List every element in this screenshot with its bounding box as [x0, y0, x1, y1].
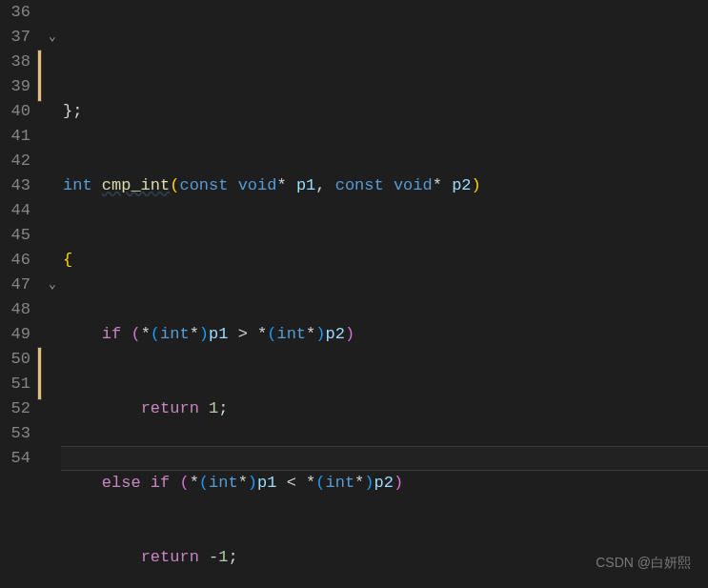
code-line[interactable]: };	[63, 99, 708, 124]
code-line[interactable]: return 1;	[63, 396, 708, 421]
chevron-down-icon[interactable]: ⌄	[44, 25, 61, 50]
code-editor[interactable]: 36 37 38 39 40 41 42 43 44 45 46 47 48 4…	[0, 0, 708, 588]
line-number: 38	[0, 50, 30, 74]
line-number: 52	[0, 396, 30, 421]
line-number: 41	[0, 124, 30, 149]
line-number: 40	[0, 99, 30, 124]
line-number: 47	[0, 273, 30, 297]
code-line[interactable]: else if (*(int*)p1 < *(int*)p2)	[63, 471, 708, 496]
code-area[interactable]: }; int cmp_int(const void* p1, const voi…	[61, 0, 708, 588]
change-marker	[37, 347, 42, 400]
line-number: 43	[0, 173, 30, 198]
line-number: 45	[0, 223, 30, 248]
line-number: 53	[0, 421, 30, 446]
line-number: 50	[0, 347, 30, 372]
line-number: 36	[0, 0, 30, 25]
chevron-down-icon[interactable]: ⌄	[44, 273, 61, 297]
fold-column: ⌄ ⌄	[44, 0, 61, 588]
line-number: 46	[0, 248, 30, 273]
current-line-highlight	[61, 446, 708, 471]
watermark: CSDN @白妍熙	[596, 550, 691, 575]
line-number: 42	[0, 149, 30, 173]
line-number: 51	[0, 372, 30, 396]
line-number: 54	[0, 446, 30, 471]
line-number: 39	[0, 74, 30, 99]
code-line[interactable]: {	[63, 248, 708, 273]
code-line[interactable]: if (*(int*)p1 > *(int*)p2)	[63, 322, 708, 347]
line-number-gutter: 36 37 38 39 40 41 42 43 44 45 46 47 48 4…	[0, 0, 36, 588]
function-name: cmp_int	[102, 176, 170, 194]
line-number: 37	[0, 25, 30, 50]
code-line[interactable]: int cmp_int(const void* p1, const void* …	[63, 173, 708, 198]
line-number: 48	[0, 297, 30, 322]
change-marker	[37, 50, 42, 102]
line-number: 44	[0, 198, 30, 223]
change-marker-column	[36, 0, 44, 588]
line-number: 49	[0, 322, 30, 347]
